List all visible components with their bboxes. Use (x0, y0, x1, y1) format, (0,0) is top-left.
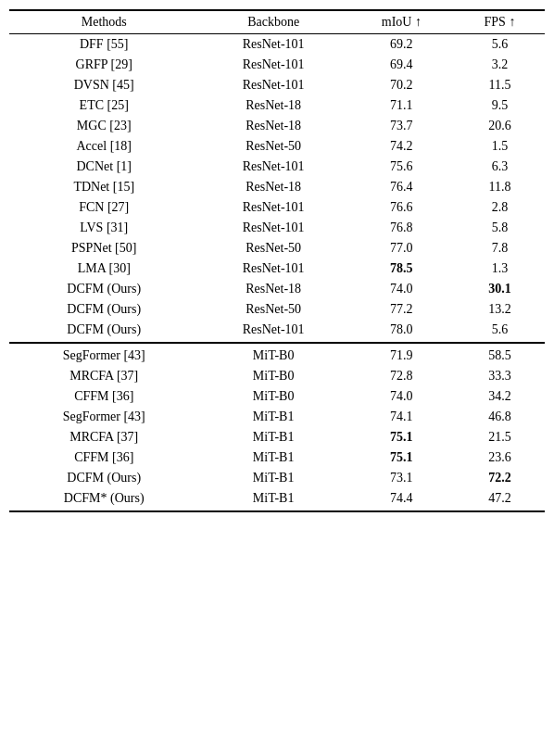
cell-miou: 74.0 (348, 279, 455, 299)
cell-method: GRFP [29] (9, 55, 198, 75)
cell-method: DFF [55] (9, 34, 198, 56)
cell-miou: 73.7 (348, 116, 455, 136)
cell-backbone: MiT-B1 (198, 427, 347, 447)
cell-fps: 3.2 (455, 55, 545, 75)
cell-backbone: ResNet-50 (198, 136, 347, 157)
cell-method: CFFM [36] (9, 447, 198, 468)
header-row: Methods Backbone mIoU ↑ FPS ↑ (9, 10, 545, 34)
cell-fps: 13.2 (455, 299, 545, 320)
cell-method: LMA [30] (9, 258, 198, 279)
cell-method: Accel [18] (9, 136, 198, 157)
cell-miou: 76.4 (348, 177, 455, 197)
table-row: DCFM (Ours)ResNet-10178.05.6 (9, 320, 545, 343)
cell-fps: 20.6 (455, 116, 545, 136)
cell-fps: 2.8 (455, 197, 545, 218)
cell-backbone: MiT-B0 (198, 343, 347, 366)
cell-miou: 71.1 (348, 95, 455, 116)
cell-method: CFFM [36] (9, 386, 198, 407)
table-row: DCNet [1]ResNet-10175.66.3 (9, 157, 545, 177)
cell-backbone: ResNet-101 (198, 75, 347, 95)
cell-backbone: MiT-B1 (198, 488, 347, 511)
cell-backbone: ResNet-101 (198, 55, 347, 75)
cell-backbone: MiT-B1 (198, 447, 347, 468)
cell-backbone: ResNet-50 (198, 299, 347, 320)
cell-miou: 75.1 (348, 447, 455, 468)
cell-method: MRCFA [37] (9, 366, 198, 386)
table-row: MGC [23]ResNet-1873.720.6 (9, 116, 545, 136)
cell-backbone: ResNet-18 (198, 177, 347, 197)
cell-fps: 11.8 (455, 177, 545, 197)
cell-method: DCFM (Ours) (9, 279, 198, 299)
cell-miou: 74.4 (348, 488, 455, 511)
cell-fps: 23.6 (455, 447, 545, 468)
cell-fps: 1.3 (455, 258, 545, 279)
cell-fps: 5.6 (455, 320, 545, 343)
col-header-fps: FPS ↑ (455, 10, 545, 34)
table-row: MRCFA [37]MiT-B072.833.3 (9, 366, 545, 386)
table-row: SegFormer [43]MiT-B174.146.8 (9, 407, 545, 427)
table-row: DCFM (Ours)ResNet-5077.213.2 (9, 299, 545, 320)
table-row: ETC [25]ResNet-1871.19.5 (9, 95, 545, 116)
cell-miou: 74.2 (348, 136, 455, 157)
cell-method: SegFormer [43] (9, 343, 198, 366)
cell-backbone: ResNet-101 (198, 258, 347, 279)
table-row: CFFM [36]MiT-B175.123.6 (9, 447, 545, 468)
table-row: LMA [30]ResNet-10178.51.3 (9, 258, 545, 279)
table-row: FCN [27]ResNet-10176.62.8 (9, 197, 545, 218)
table-row: MRCFA [37]MiT-B175.121.5 (9, 427, 545, 447)
cell-method: DCFM (Ours) (9, 468, 198, 488)
table-row: TDNet [15]ResNet-1876.411.8 (9, 177, 545, 197)
cell-method: DVSN [45] (9, 75, 198, 95)
cell-method: TDNet [15] (9, 177, 198, 197)
cell-fps: 11.5 (455, 75, 545, 95)
cell-method: MRCFA [37] (9, 427, 198, 447)
cell-method: FCN [27] (9, 197, 198, 218)
cell-backbone: ResNet-18 (198, 279, 347, 299)
col-header-backbone: Backbone (198, 10, 347, 34)
table-row: Accel [18]ResNet-5074.21.5 (9, 136, 545, 157)
cell-miou: 78.0 (348, 320, 455, 343)
cell-miou: 69.4 (348, 55, 455, 75)
cell-miou: 71.9 (348, 343, 455, 366)
table-row: DCFM (Ours)MiT-B173.172.2 (9, 468, 545, 488)
cell-backbone: ResNet-50 (198, 238, 347, 258)
cell-fps: 21.5 (455, 427, 545, 447)
cell-backbone: ResNet-101 (198, 197, 347, 218)
cell-backbone: MiT-B1 (198, 468, 347, 488)
cell-fps: 7.8 (455, 238, 545, 258)
cell-backbone: ResNet-18 (198, 95, 347, 116)
cell-fps: 6.3 (455, 157, 545, 177)
cell-backbone: MiT-B1 (198, 407, 347, 427)
cell-miou: 72.8 (348, 366, 455, 386)
comparison-table: Methods Backbone mIoU ↑ FPS ↑ DFF [55]Re… (9, 9, 545, 512)
cell-fps: 5.8 (455, 218, 545, 238)
cell-miou: 75.1 (348, 427, 455, 447)
cell-backbone: ResNet-101 (198, 218, 347, 238)
table-row: SegFormer [43]MiT-B071.958.5 (9, 343, 545, 366)
col-header-miou: mIoU ↑ (348, 10, 455, 34)
table-row: DCFM (Ours)ResNet-1874.030.1 (9, 279, 545, 299)
cell-method: DCFM* (Ours) (9, 488, 198, 511)
cell-backbone: MiT-B0 (198, 366, 347, 386)
cell-fps: 9.5 (455, 95, 545, 116)
cell-fps: 58.5 (455, 343, 545, 366)
cell-fps: 46.8 (455, 407, 545, 427)
cell-fps: 34.2 (455, 386, 545, 407)
table-row: DCFM* (Ours)MiT-B174.447.2 (9, 488, 545, 511)
table-row: LVS [31]ResNet-10176.85.8 (9, 218, 545, 238)
cell-miou: 74.0 (348, 386, 455, 407)
cell-method: DCFM (Ours) (9, 320, 198, 343)
table-row: PSPNet [50]ResNet-5077.07.8 (9, 238, 545, 258)
table-row: CFFM [36]MiT-B074.034.2 (9, 386, 545, 407)
cell-backbone: MiT-B0 (198, 386, 347, 407)
cell-miou: 75.6 (348, 157, 455, 177)
cell-miou: 70.2 (348, 75, 455, 95)
cell-miou: 77.2 (348, 299, 455, 320)
cell-backbone: ResNet-101 (198, 157, 347, 177)
table-row: DVSN [45]ResNet-10170.211.5 (9, 75, 545, 95)
cell-miou: 77.0 (348, 238, 455, 258)
cell-backbone: ResNet-18 (198, 116, 347, 136)
cell-miou: 78.5 (348, 258, 455, 279)
cell-fps: 47.2 (455, 488, 545, 511)
cell-miou: 69.2 (348, 34, 455, 56)
